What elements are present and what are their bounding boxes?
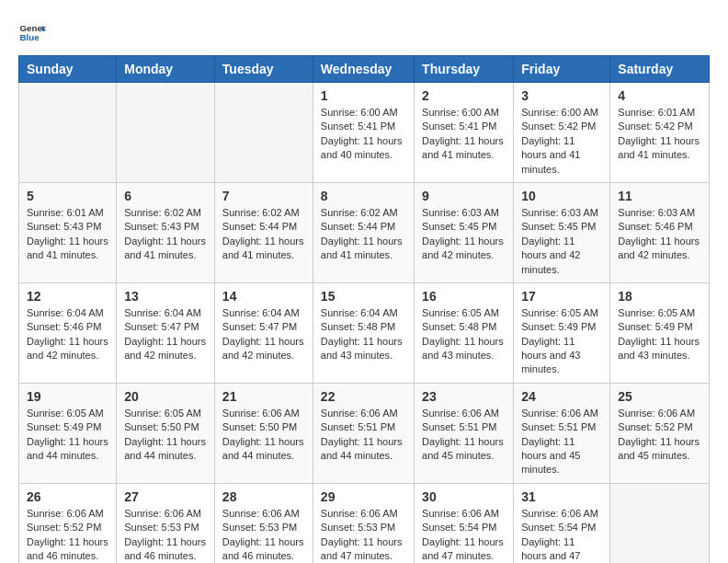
day-number: 19	[27, 389, 108, 404]
day-content: Sunrise: 6:05 AM Sunset: 5:48 PM Dayligh…	[422, 306, 506, 363]
day-number: 12	[27, 289, 108, 304]
day-content: Sunrise: 6:06 AM Sunset: 5:53 PM Dayligh…	[321, 507, 406, 563]
day-content: Sunrise: 6:06 AM Sunset: 5:52 PM Dayligh…	[618, 407, 701, 464]
day-number: 3	[521, 88, 602, 103]
calendar-cell: 4Sunrise: 6:01 AM Sunset: 5:42 PM Daylig…	[610, 83, 710, 183]
calendar-week-row: 5Sunrise: 6:01 AM Sunset: 5:43 PM Daylig…	[19, 182, 710, 282]
calendar-cell: 22Sunrise: 6:06 AM Sunset: 5:51 PM Dayli…	[313, 383, 414, 483]
day-content: Sunrise: 6:04 AM Sunset: 5:47 PM Dayligh…	[222, 306, 305, 363]
day-number: 9	[422, 189, 506, 203]
svg-text:Blue: Blue	[20, 32, 40, 42]
calendar-cell: 30Sunrise: 6:06 AM Sunset: 5:54 PM Dayli…	[415, 483, 514, 563]
logo: General Blue	[18, 18, 46, 46]
day-content: Sunrise: 6:06 AM Sunset: 5:53 PM Dayligh…	[222, 507, 305, 563]
day-content: Sunrise: 6:04 AM Sunset: 5:46 PM Dayligh…	[27, 306, 108, 363]
day-content: Sunrise: 6:05 AM Sunset: 5:50 PM Dayligh…	[124, 407, 207, 464]
day-content: Sunrise: 6:06 AM Sunset: 5:51 PM Dayligh…	[422, 407, 506, 464]
day-content: Sunrise: 6:06 AM Sunset: 5:50 PM Dayligh…	[222, 407, 305, 464]
day-number: 21	[222, 389, 305, 404]
calendar-week-row: 1Sunrise: 6:00 AM Sunset: 5:41 PM Daylig…	[19, 83, 710, 183]
calendar-table: SundayMondayTuesdayWednesdayThursdayFrid…	[18, 55, 710, 563]
day-content: Sunrise: 6:04 AM Sunset: 5:48 PM Dayligh…	[321, 306, 406, 363]
calendar-cell: 14Sunrise: 6:04 AM Sunset: 5:47 PM Dayli…	[214, 282, 313, 383]
day-header-sunday: Sunday	[19, 56, 117, 83]
calendar-cell: 12Sunrise: 6:04 AM Sunset: 5:46 PM Dayli…	[19, 282, 117, 383]
day-number: 26	[27, 489, 108, 504]
day-content: Sunrise: 6:06 AM Sunset: 5:51 PM Dayligh…	[521, 407, 602, 477]
day-number: 7	[222, 189, 305, 203]
day-number: 10	[521, 189, 602, 203]
day-number: 14	[222, 289, 305, 304]
calendar-cell: 9Sunrise: 6:03 AM Sunset: 5:45 PM Daylig…	[415, 182, 514, 282]
day-number: 18	[618, 289, 701, 304]
logo-icon: General Blue	[18, 18, 46, 46]
day-number: 13	[124, 289, 207, 304]
calendar-cell: 28Sunrise: 6:06 AM Sunset: 5:53 PM Dayli…	[214, 483, 313, 563]
calendar-cell: 19Sunrise: 6:05 AM Sunset: 5:49 PM Dayli…	[19, 383, 117, 483]
calendar-cell: 29Sunrise: 6:06 AM Sunset: 5:53 PM Dayli…	[313, 483, 414, 563]
day-number: 29	[321, 489, 406, 504]
calendar-cell: 11Sunrise: 6:03 AM Sunset: 5:46 PM Dayli…	[610, 182, 710, 282]
calendar-cell: 24Sunrise: 6:06 AM Sunset: 5:51 PM Dayli…	[514, 383, 610, 483]
day-content: Sunrise: 6:06 AM Sunset: 5:54 PM Dayligh…	[521, 507, 602, 563]
day-content: Sunrise: 6:03 AM Sunset: 5:46 PM Dayligh…	[618, 206, 701, 263]
day-content: Sunrise: 6:03 AM Sunset: 5:45 PM Dayligh…	[422, 206, 506, 263]
calendar-cell: 16Sunrise: 6:05 AM Sunset: 5:48 PM Dayli…	[415, 282, 514, 383]
day-number: 15	[321, 289, 406, 304]
day-content: Sunrise: 6:03 AM Sunset: 5:45 PM Dayligh…	[521, 206, 602, 277]
calendar-cell	[117, 83, 215, 183]
calendar-cell: 5Sunrise: 6:01 AM Sunset: 5:43 PM Daylig…	[19, 182, 117, 282]
day-number: 30	[422, 489, 506, 504]
day-number: 6	[124, 189, 207, 203]
page-header: General Blue	[18, 18, 710, 46]
day-content: Sunrise: 6:01 AM Sunset: 5:43 PM Dayligh…	[27, 206, 108, 263]
day-number: 27	[124, 489, 207, 504]
calendar-cell: 18Sunrise: 6:05 AM Sunset: 5:49 PM Dayli…	[610, 282, 710, 383]
day-content: Sunrise: 6:04 AM Sunset: 5:47 PM Dayligh…	[124, 306, 207, 363]
day-number: 11	[618, 189, 701, 203]
day-header-friday: Friday	[514, 56, 610, 83]
day-header-tuesday: Tuesday	[214, 56, 313, 83]
calendar-cell: 10Sunrise: 6:03 AM Sunset: 5:45 PM Dayli…	[514, 182, 610, 282]
day-number: 2	[422, 88, 506, 103]
calendar-cell: 25Sunrise: 6:06 AM Sunset: 5:52 PM Dayli…	[610, 383, 710, 483]
calendar-cell: 7Sunrise: 6:02 AM Sunset: 5:44 PM Daylig…	[214, 182, 313, 282]
day-content: Sunrise: 6:00 AM Sunset: 5:41 PM Dayligh…	[422, 106, 506, 163]
calendar-cell: 15Sunrise: 6:04 AM Sunset: 5:48 PM Dayli…	[313, 282, 414, 383]
day-header-monday: Monday	[117, 56, 215, 83]
day-number: 17	[521, 289, 602, 304]
calendar-cell: 2Sunrise: 6:00 AM Sunset: 5:41 PM Daylig…	[415, 83, 514, 183]
day-content: Sunrise: 6:05 AM Sunset: 5:49 PM Dayligh…	[27, 407, 108, 464]
calendar-cell: 23Sunrise: 6:06 AM Sunset: 5:51 PM Dayli…	[415, 383, 514, 483]
day-number: 8	[321, 189, 406, 203]
day-content: Sunrise: 6:01 AM Sunset: 5:42 PM Dayligh…	[618, 106, 701, 163]
day-content: Sunrise: 6:05 AM Sunset: 5:49 PM Dayligh…	[618, 306, 701, 363]
day-content: Sunrise: 6:00 AM Sunset: 5:41 PM Dayligh…	[321, 106, 406, 163]
calendar-cell: 17Sunrise: 6:05 AM Sunset: 5:49 PM Dayli…	[514, 282, 610, 383]
calendar-week-row: 19Sunrise: 6:05 AM Sunset: 5:49 PM Dayli…	[19, 383, 710, 483]
calendar-week-row: 12Sunrise: 6:04 AM Sunset: 5:46 PM Dayli…	[19, 282, 710, 383]
calendar-cell: 3Sunrise: 6:00 AM Sunset: 5:42 PM Daylig…	[514, 83, 610, 183]
calendar-cell: 27Sunrise: 6:06 AM Sunset: 5:53 PM Dayli…	[117, 483, 215, 563]
day-header-saturday: Saturday	[610, 56, 710, 83]
day-number: 25	[618, 389, 701, 404]
day-content: Sunrise: 6:00 AM Sunset: 5:42 PM Dayligh…	[521, 106, 602, 177]
calendar-cell: 20Sunrise: 6:05 AM Sunset: 5:50 PM Dayli…	[117, 383, 215, 483]
day-content: Sunrise: 6:05 AM Sunset: 5:49 PM Dayligh…	[521, 306, 602, 377]
calendar-cell	[610, 483, 710, 563]
calendar-cell: 21Sunrise: 6:06 AM Sunset: 5:50 PM Dayli…	[214, 383, 313, 483]
day-header-thursday: Thursday	[415, 56, 514, 83]
calendar-cell	[19, 83, 117, 183]
day-number: 4	[618, 88, 701, 103]
calendar-cell	[214, 83, 313, 183]
calendar-cell: 31Sunrise: 6:06 AM Sunset: 5:54 PM Dayli…	[514, 483, 610, 563]
calendar-header-row: SundayMondayTuesdayWednesdayThursdayFrid…	[19, 56, 710, 83]
calendar-cell: 6Sunrise: 6:02 AM Sunset: 5:43 PM Daylig…	[117, 182, 215, 282]
calendar-cell: 1Sunrise: 6:00 AM Sunset: 5:41 PM Daylig…	[313, 83, 414, 183]
day-number: 20	[124, 389, 207, 404]
day-content: Sunrise: 6:06 AM Sunset: 5:53 PM Dayligh…	[124, 507, 207, 563]
day-number: 24	[521, 389, 602, 404]
day-number: 31	[521, 489, 602, 504]
day-number: 22	[321, 389, 406, 404]
day-content: Sunrise: 6:02 AM Sunset: 5:44 PM Dayligh…	[321, 206, 406, 263]
